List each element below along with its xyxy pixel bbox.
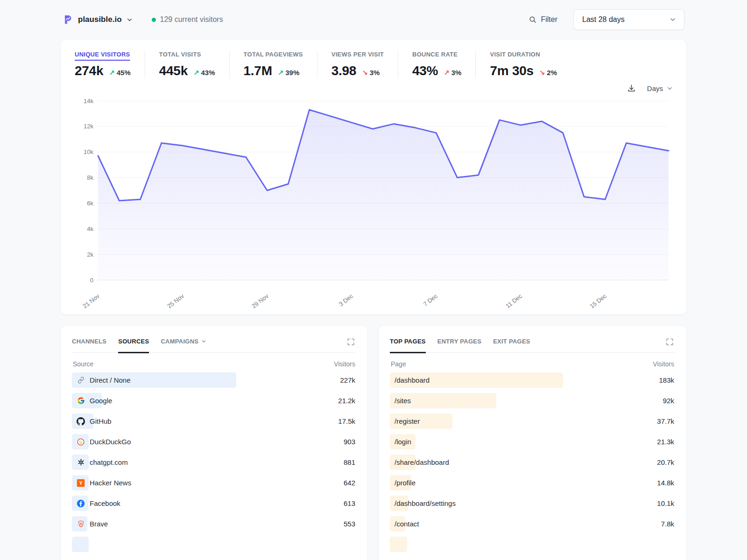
- trend-up-arrow-icon: ↗: [109, 69, 115, 77]
- metric-total-pageviews[interactable]: TOTAL PAGEVIEWS1.7M↗39%: [229, 51, 317, 78]
- svg-text:7 Dec: 7 Dec: [422, 292, 439, 308]
- row-value: 14.8k: [657, 479, 674, 487]
- row-value: 183k: [659, 376, 674, 384]
- row-label: Direct / None: [90, 376, 131, 384]
- metric-value: 1.7M: [244, 63, 272, 78]
- current-visitors[interactable]: 129 current visitors: [152, 15, 223, 24]
- metric-value: 274k: [75, 63, 103, 78]
- pages-row[interactable]: /register37.7k: [390, 413, 674, 429]
- metric-views-per-visit[interactable]: VIEWS PER VISIT3.98↘3%: [317, 51, 398, 78]
- row-label: Facebook: [90, 499, 120, 507]
- metric-unique-visitors[interactable]: UNIQUE VISITORS274k↗45%: [75, 51, 145, 78]
- sources-row[interactable]: Brave553: [72, 516, 355, 532]
- row-label: /sites: [395, 397, 411, 405]
- clipped-row-stub: [390, 537, 674, 552]
- row-label: /dashboard: [395, 376, 430, 384]
- trend-up-arrow-icon: ↗: [278, 69, 284, 77]
- pages-row[interactable]: /dashboard/settings10.1k: [390, 496, 674, 511]
- interval-label: Days: [647, 84, 663, 92]
- row-value: 227k: [340, 376, 355, 384]
- svg-text:14k: 14k: [84, 98, 93, 105]
- search-icon: [529, 15, 537, 24]
- svg-text:15 Dec: 15 Dec: [588, 292, 608, 308]
- metric-total-visits[interactable]: TOTAL VISITS445k↗43%: [145, 51, 229, 78]
- sources-column-header: SourceVisitors: [73, 360, 355, 368]
- svg-text:6k: 6k: [87, 200, 93, 207]
- row-label: /profile: [395, 479, 416, 487]
- svg-text:25 Nov: 25 Nov: [166, 292, 185, 308]
- pages-row[interactable]: /contact7.8k: [390, 516, 674, 532]
- pages-row[interactable]: /profile14.8k: [390, 475, 674, 490]
- chart-controls: Days: [72, 81, 673, 95]
- row-value: 903: [344, 438, 355, 446]
- column-value-label: Visitors: [334, 360, 355, 368]
- row-value: 20.7k: [657, 458, 674, 466]
- sources-panel: CHANNELSSOURCESCAMPAIGNSSourceVisitorsDi…: [61, 326, 367, 560]
- svg-text:3 Dec: 3 Dec: [338, 292, 354, 308]
- row-value: 881: [344, 458, 355, 466]
- tab-sources[interactable]: SOURCES: [118, 336, 149, 353]
- download-icon[interactable]: [627, 84, 636, 93]
- tab-entry-pages[interactable]: ENTRY PAGES: [437, 336, 481, 353]
- row-value: 37.7k: [657, 417, 674, 425]
- svg-text:11 Dec: 11 Dec: [504, 292, 523, 308]
- current-visitors-label: 129 current visitors: [160, 15, 223, 24]
- svg-text:21 Nov: 21 Nov: [81, 292, 101, 308]
- sources-row[interactable]: Google21.2k: [72, 393, 355, 408]
- column-label: Source: [73, 360, 93, 368]
- metric-label: VIEWS PER VISIT: [331, 51, 384, 58]
- chatgpt-icon: [77, 458, 85, 467]
- filter-label: Filter: [541, 15, 557, 24]
- tab-channels[interactable]: CHANNELS: [72, 336, 106, 353]
- row-value: 7.8k: [661, 520, 674, 528]
- expand-icon[interactable]: [346, 337, 355, 346]
- pages-row[interactable]: /dashboard183k: [390, 372, 674, 388]
- column-value-label: Visitors: [653, 360, 674, 368]
- row-value: 17.5k: [338, 417, 355, 425]
- row-label: /share/dashboard: [395, 458, 449, 466]
- row-label: chatgpt.com: [90, 458, 128, 466]
- github-icon: [77, 417, 85, 426]
- metric-label: BOUNCE RATE: [412, 51, 461, 58]
- expand-icon[interactable]: [665, 337, 674, 346]
- column-label: Page: [391, 360, 406, 368]
- metric-value: 3.98: [331, 63, 356, 78]
- sources-row[interactable]: YHacker News642: [72, 475, 355, 490]
- metric-value: 445k: [159, 63, 188, 78]
- row-label: DuckDuckGo: [90, 438, 131, 446]
- site-switcher[interactable]: plausible.io: [63, 14, 133, 25]
- tab-top-pages[interactable]: TOP PAGES: [390, 336, 426, 353]
- sources-row[interactable]: chatgpt.com881: [72, 455, 355, 470]
- date-range-picker[interactable]: Last 28 days: [573, 9, 684, 30]
- interval-picker[interactable]: Days: [647, 84, 673, 92]
- metric-change: ↗39%: [278, 69, 300, 77]
- pages-row[interactable]: /sites92k: [390, 393, 674, 408]
- trend-up-arrow-icon: ↗: [444, 69, 450, 77]
- metric-value: 7m 30s: [490, 63, 533, 78]
- svg-text:4k: 4k: [87, 225, 93, 232]
- sources-row[interactable]: DuckDuckGo903: [72, 434, 355, 449]
- visitors-chart[interactable]: 02k4k6k8k10k12k14k21 Nov25 Nov29 Nov3 De…: [72, 96, 675, 310]
- metric-label: UNIQUE VISITORS: [75, 51, 131, 58]
- sources-row[interactable]: Direct / None227k: [72, 372, 355, 388]
- metric-label: VISIT DURATION: [490, 51, 557, 58]
- filter-button[interactable]: Filter: [529, 15, 557, 24]
- sources-row[interactable]: GitHub17.5k: [72, 413, 355, 429]
- metric-bounce-rate[interactable]: BOUNCE RATE43%↗3%: [398, 51, 475, 78]
- svg-text:10k: 10k: [84, 148, 93, 155]
- metric-change: ↘2%: [539, 69, 557, 77]
- svg-text:29 Nov: 29 Nov: [250, 292, 270, 308]
- sources-row[interactable]: Facebook613: [72, 496, 355, 511]
- tab-exit-pages[interactable]: EXIT PAGES: [493, 336, 530, 353]
- pages-row[interactable]: /login21.3k: [390, 434, 674, 449]
- pages-row[interactable]: /share/dashboard20.7k: [390, 455, 674, 470]
- metric-visit-duration[interactable]: VISIT DURATION7m 30s↘2%: [475, 51, 571, 78]
- facebook-icon: [77, 499, 85, 508]
- brave-icon: [77, 520, 85, 528]
- row-value: 21.2k: [338, 397, 355, 405]
- svg-text:Y: Y: [79, 480, 82, 485]
- pages-list: /dashboard183k/sites92k/register37.7k/lo…: [390, 372, 674, 552]
- metric-value: 43%: [412, 63, 438, 78]
- tab-campaigns[interactable]: CAMPAIGNS: [161, 336, 207, 353]
- top-bar: plausible.io 129 current visitors Filter…: [61, 9, 686, 30]
